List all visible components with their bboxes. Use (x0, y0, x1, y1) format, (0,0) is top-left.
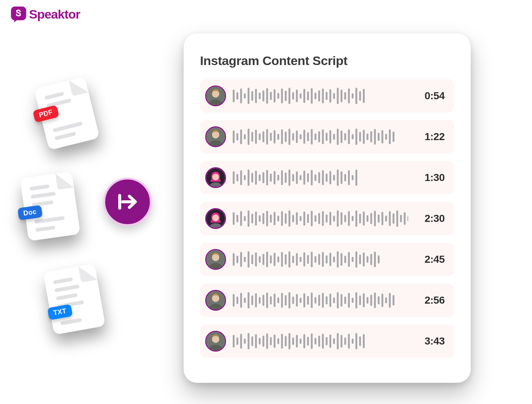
track-duration: 2:45 (415, 253, 445, 265)
waveform (233, 169, 408, 187)
waveform (233, 87, 408, 105)
audio-track[interactable]: 2:45 (200, 243, 454, 276)
waveform (233, 291, 408, 309)
brand-logo-text: Speaktor (29, 7, 80, 22)
svg-point-7 (212, 174, 219, 180)
audio-track[interactable]: 2:56 (200, 284, 454, 317)
waveform (233, 128, 408, 146)
audio-track[interactable]: 3:43 (200, 324, 454, 358)
speaker-avatar (205, 126, 226, 147)
file-icon-txt: TXT (43, 264, 105, 335)
speaker-avatar (205, 85, 226, 106)
panel-title: Instagram Content Script (200, 54, 454, 68)
audio-track[interactable]: 0:54 (200, 79, 454, 113)
speaker-avatar (205, 331, 226, 352)
track-duration: 1:30 (415, 172, 445, 184)
waveform (233, 332, 408, 350)
track-duration: 3:43 (415, 335, 445, 347)
speaker-avatar (205, 249, 226, 270)
track-duration: 2:56 (415, 294, 445, 306)
file-icon-pdf: PDF (34, 77, 100, 151)
waveform (233, 210, 408, 227)
svg-point-9 (212, 214, 219, 221)
track-duration: 1:22 (415, 131, 445, 143)
audio-track[interactable]: 1:30 (200, 161, 454, 194)
brand-logo: Speaktor (10, 6, 80, 22)
speaker-avatar (205, 290, 226, 311)
arrow-right-icon (115, 189, 141, 215)
file-icon-doc: Doc (20, 171, 80, 241)
track-duration: 0:54 (415, 90, 445, 102)
waveform (233, 251, 408, 268)
speaker-avatar (205, 167, 226, 188)
track-duration: 2:30 (415, 213, 445, 224)
audio-track[interactable]: 2:30 (200, 202, 454, 235)
script-panel: Instagram Content Script 0:541:221:302:3… (184, 33, 471, 383)
speaker-avatar (205, 208, 226, 229)
convert-button[interactable] (103, 178, 152, 226)
audio-track[interactable]: 1:22 (200, 120, 454, 153)
track-list: 0:541:221:302:302:452:563:43 (200, 79, 454, 358)
brand-logo-mark (10, 6, 27, 22)
